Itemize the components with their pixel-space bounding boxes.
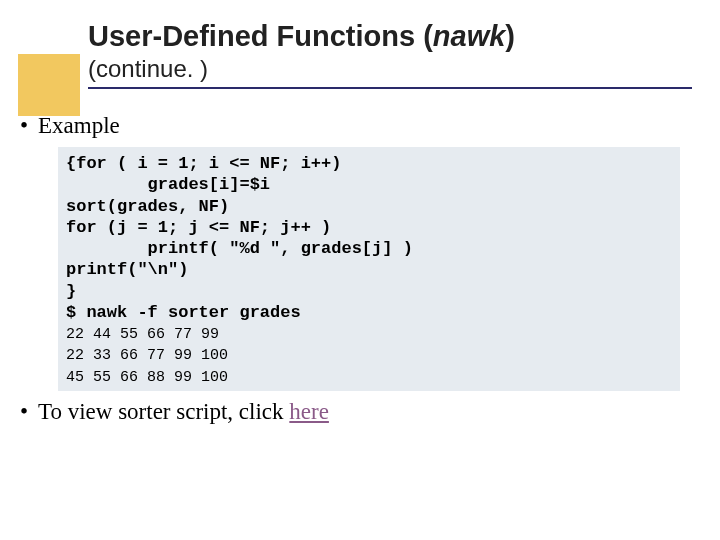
bullet-marker-icon: •	[20, 399, 38, 425]
title-underline	[88, 87, 692, 89]
slide-title: User-Defined Functions (nawk)	[88, 20, 720, 53]
title-main: User-Defined Functions (	[88, 20, 433, 52]
bullet-view-script: • To view sorter script, click here	[20, 399, 700, 425]
code-line: {for ( i = 1; i <= NF; i++)	[66, 154, 341, 173]
slide-header: User-Defined Functions (nawk) (continue.…	[0, 0, 720, 89]
code-line: printf( "%d ", grades[j] )	[66, 239, 413, 258]
title-tail: )	[505, 20, 515, 52]
bullet-view-text: To view sorter script, click here	[38, 399, 329, 425]
title-emphasis: nawk	[433, 20, 506, 52]
sorter-script-link[interactable]: here	[289, 399, 329, 424]
bullet-example-label: Example	[38, 113, 120, 139]
slide-body: • Example {for ( i = 1; i <= NF; i++) gr…	[0, 89, 720, 425]
code-line: $ nawk -f sorter grades	[66, 303, 301, 322]
bullet-example: • Example	[20, 113, 700, 139]
slide-subtitle: (continue. )	[88, 55, 720, 83]
code-line: printf("\n")	[66, 260, 188, 279]
code-output-line: 45 55 66 88 99 100	[66, 369, 228, 386]
code-line: for (j = 1; j <= NF; j++ )	[66, 218, 331, 237]
bullet-marker-icon: •	[20, 113, 38, 139]
accent-square	[18, 54, 80, 116]
code-output-line: 22 33 66 77 99 100	[66, 347, 228, 364]
view-prefix: To view sorter script, click	[38, 399, 289, 424]
code-line: sort(grades, NF)	[66, 197, 229, 216]
code-line: }	[66, 282, 76, 301]
code-example-block: {for ( i = 1; i <= NF; i++) grades[i]=$i…	[58, 147, 680, 391]
code-line: grades[i]=$i	[66, 175, 270, 194]
code-output-line: 22 44 55 66 77 99	[66, 326, 219, 343]
